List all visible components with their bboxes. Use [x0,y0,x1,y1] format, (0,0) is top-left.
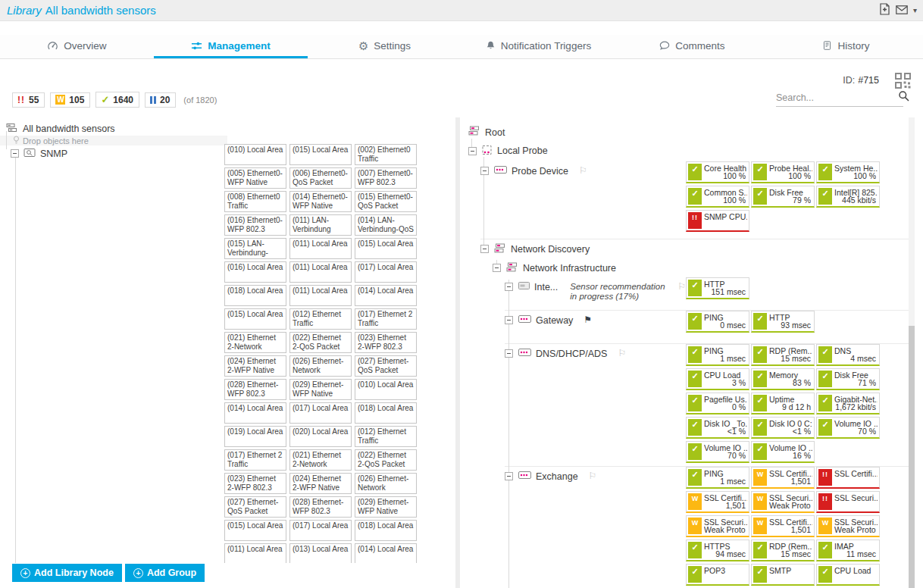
library-sensor-cell[interactable]: (011) Local Area [224,543,286,563]
library-sensor-cell[interactable]: (008) Ethernet0 Traffic [224,191,286,212]
sensor-box[interactable]: ✓ Volume IO ... 70 % [816,417,880,439]
sensor-box[interactable]: W SSL Certifi... 1,501 [686,491,749,513]
search-input[interactable] [776,92,898,103]
library-sensor-cell[interactable]: (022) Ethernet 2-QoS Packet [355,449,417,471]
sensor-box[interactable]: W SSL Securi... Weak Proto... [816,515,880,537]
library-sensor-cell[interactable]: (014) Local Area [355,543,417,563]
library-sensor-cell[interactable]: (016) Local Area [224,261,286,283]
library-sensor-cell[interactable]: (017) Ethernet 2 Traffic [224,449,286,471]
qr-code-icon[interactable] [895,73,911,92]
library-sensor-cell[interactable]: (010) Local Area [355,379,417,400]
library-sensor-cell[interactable]: (007) Ethernet0-WFP 802.3 [355,167,417,189]
library-sensor-cell[interactable]: (014) Local Area [355,285,417,306]
collapse-toggle[interactable] [505,283,513,291]
flag-icon[interactable]: ⚐ [677,282,686,291]
tree-node-local-probe[interactable]: Local Probe [462,140,909,161]
collapse-toggle[interactable] [480,245,489,253]
sensor-box[interactable]: ✓ DNS 4 msec [816,344,880,366]
tab-management[interactable]: Management [154,35,308,58]
collapse-toggle[interactable] [11,149,19,158]
flag-icon[interactable]: ⚐ [589,471,597,480]
sensor-box[interactable]: ✓ PING 1 msec [686,344,749,366]
library-sensor-cell[interactable]: (014) Local Area [224,402,286,424]
sensor-box[interactable]: ✓ System He... 100 % [816,161,880,183]
library-sensor-cell[interactable]: (015) Local Area [224,520,286,541]
sensor-box[interactable]: ✓ Memory 83 % [751,368,815,390]
sensor-box[interactable]: ✓ HTTP 93 msec [751,311,815,333]
library-sensor-cell[interactable]: (017) Local Area [289,520,352,541]
library-sensor-cell[interactable]: (017) Local Area [355,261,417,283]
sensor-box[interactable]: ✓ PING 0 msec [686,311,749,333]
library-sensor-cell[interactable]: (017) Local Area [289,402,352,424]
collapse-toggle[interactable] [505,316,513,324]
device-label[interactable]: Inte... [534,282,558,292]
library-sensor-cell[interactable]: (021) Ethernet 2-Network [224,332,286,353]
sensor-box[interactable]: ✓ IMAP 11 msec [816,540,880,561]
library-sensor-cell[interactable]: (027) Ethernet-QoS Packet [355,355,417,377]
library-sensor-cell[interactable]: (026) Ethernet-Network [355,473,417,494]
library-sensor-cell[interactable]: (024) Ethernet 2-WFP Native [224,355,286,377]
library-sensor-cell[interactable]: (026) Ethernet-Network [289,355,352,377]
collapse-toggle[interactable] [468,147,477,155]
collapse-toggle[interactable] [493,264,501,272]
email-icon[interactable] [896,4,908,17]
flag-icon[interactable]: ⚐ [618,349,626,358]
sensor-box[interactable]: ✓ Core Health 100 % [686,161,749,183]
collapse-toggle[interactable] [480,167,489,175]
library-sensor-cell[interactable]: (027) Ethernet-QoS Packet [224,496,286,518]
library-sensor-cell[interactable]: (012) Ethernet Traffic [355,426,417,447]
drop-target-hint[interactable]: Drop objects here [0,136,227,145]
library-sensor-cell[interactable]: (011) Local Area [289,238,352,259]
sensor-box[interactable]: ✓ CPU Load [816,564,880,586]
library-sensor-cell[interactable]: (010) Local Area [224,144,286,165]
flag-icon[interactable]: ⚑ [584,315,592,324]
device-label[interactable]: Gateway [536,315,573,326]
library-sensor-cell[interactable]: (029) Ethernet-WFP Native [355,496,417,518]
search-icon[interactable] [898,90,909,105]
library-sensor-cell[interactable]: (012) Ethernet Traffic [289,308,352,330]
library-sensor-cell[interactable]: (019) Local Area [224,426,286,447]
library-sensor-cell[interactable]: (015) Ethernet0-QoS Packet [355,191,417,212]
tab-notification-triggers[interactable]: Notification Triggers [462,35,615,58]
tab-history[interactable]: History [769,35,923,58]
library-sensor-cell[interactable]: (005) Ethernet0-WFP Native [224,167,286,189]
library-sensor-cell[interactable]: (011) Local Area [289,261,352,283]
tab-comments[interactable]: Comments [615,35,769,58]
badge-down[interactable]: !! 55 [12,92,45,108]
library-sensor-cell[interactable]: (024) Ethernet 2-WFP Native [289,473,352,494]
sensor-box[interactable]: W SSL Certifi... 1,501 [751,467,815,489]
sensor-box[interactable]: ✓ Volume IO ... 70 % [686,441,749,463]
library-sensor-cell[interactable]: (006) Ethernet0-QoS Packet [289,167,352,189]
sensor-box[interactable]: ✓ Uptime 9 d 12 h [751,393,815,414]
sensor-box[interactable]: ✓ Disk IO _To... <1 % [686,417,749,439]
sensor-box[interactable]: ✓ Disk Free 79 % [751,186,815,208]
sensor-box[interactable]: W SSL Securi... Weak Proto... [751,491,815,513]
library-sensor-cell[interactable]: (018) Local Area [224,285,286,306]
device-label[interactable]: Probe Device [512,166,568,177]
library-sensor-cell[interactable]: (021) Ethernet 2-Network [289,449,352,471]
library-sensor-cell[interactable]: (016) Ethernet0-WFP 802.3 [224,214,286,236]
sensor-box[interactable]: !! SSL Securi... [816,491,880,513]
add-report-icon[interactable] [879,3,890,18]
device-label[interactable]: Exchange [536,471,578,482]
sensor-box[interactable]: ✓ Volume IO ... 16 % [751,441,815,463]
badge-up[interactable]: ✓ 1640 [95,92,139,108]
library-sensor-cell[interactable]: (018) Local Area [355,520,417,541]
dropdown-caret-icon[interactable]: ▾ [913,7,917,14]
device-label[interactable]: Network Discovery [511,244,590,255]
library-sensor-cell[interactable]: (011) Local Area [289,285,352,306]
flag-icon[interactable]: ⚐ [579,166,587,175]
library-sensor-cell[interactable]: (002) Ethernet0 Traffic [355,144,417,165]
sensor-box[interactable]: ✓ Gigabit-Net... 1,672 kbit/s [816,393,880,414]
tree-node-root[interactable]: Root [462,117,909,140]
badge-paused[interactable]: 20 [145,92,176,108]
add-group-button[interactable]: + Add Group [125,564,205,582]
sensor-box[interactable]: ✓ HTTP 151 msec [686,277,749,299]
sensor-box[interactable]: !! SNMP CPU... [686,210,749,232]
device-label[interactable]: DNS/DHCP/ADS [536,349,607,359]
library-sensor-cell[interactable]: (018) Local Area [355,402,417,424]
library-sensor-cell[interactable]: (015) Local Area [224,308,286,330]
library-sensor-cell[interactable]: (029) Ethernet-WFP Native [289,379,352,400]
library-sensor-cell[interactable]: (023) Ethernet 2-WFP 802.3 [355,332,417,353]
sensor-box[interactable]: ✓ CPU Load 3 % [686,368,749,390]
